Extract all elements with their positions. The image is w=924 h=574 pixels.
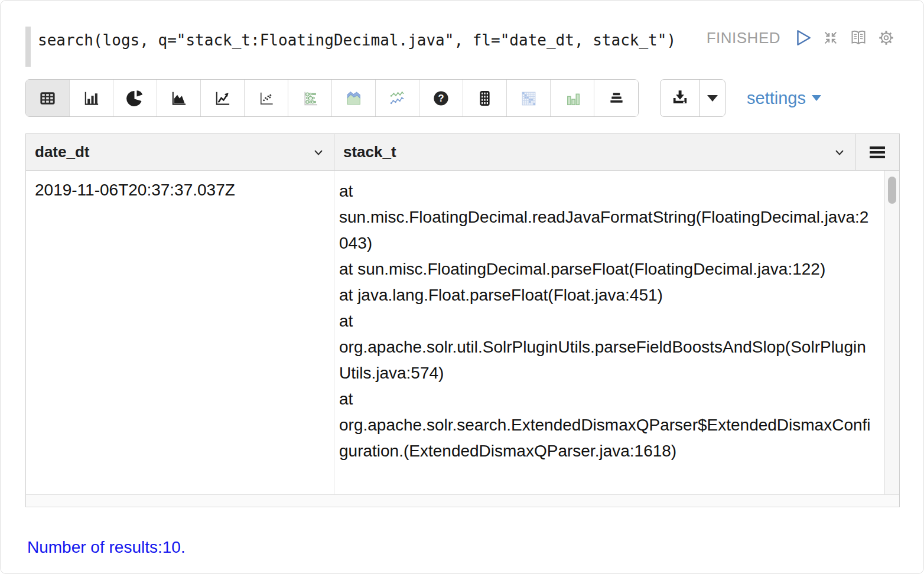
collapse-icon [822, 29, 840, 47]
status-badge: FINISHED [707, 29, 780, 47]
chart-tab-pie[interactable] [113, 80, 157, 116]
stacked-area-chart-icon [344, 89, 363, 108]
chart-tab-bubble[interactable] [288, 80, 332, 116]
multi-line-chart-icon [388, 89, 407, 108]
chart-tab-scatter[interactable] [245, 80, 288, 116]
chart-type-group: ? [25, 79, 639, 117]
chart-tab-heatmap[interactable] [507, 80, 551, 116]
chart-tab-bar[interactable] [70, 80, 113, 116]
chart-tab-text[interactable] [594, 80, 638, 116]
hamburger-menu-icon [869, 145, 886, 159]
chart-tab-area[interactable] [157, 80, 201, 116]
cell-stack-t: at sun.misc.FloatingDecimal.readJavaForm… [334, 171, 884, 494]
results-count-text: Number of results:10. [27, 537, 186, 558]
run-button[interactable] [793, 28, 813, 48]
area-chart-icon [170, 89, 188, 107]
download-options-button[interactable] [700, 80, 725, 116]
book-button[interactable] [848, 28, 868, 48]
query-code[interactable]: search(logs, q="stack_t:FloatingDecimal.… [38, 27, 676, 67]
gear-icon [877, 29, 895, 47]
table-icon [38, 89, 57, 107]
line-chart-icon [213, 89, 232, 107]
chart-tab-help[interactable]: ? [419, 80, 463, 116]
text-rows-icon [607, 89, 626, 107]
table-header-row: date_dt stack_t [26, 134, 899, 171]
column-chart-icon [562, 89, 582, 108]
table-menu-button[interactable] [855, 134, 899, 170]
cell-date-dt: 2019-11-06T20:37:37.037Z [26, 171, 334, 494]
visualization-toolbar: ? [25, 79, 897, 117]
svg-text:?: ? [438, 93, 444, 103]
chevron-down-icon [707, 95, 718, 102]
help-icon: ? [432, 89, 450, 107]
column-header-stack-t[interactable]: stack_t [334, 134, 855, 170]
chevron-down-icon [311, 145, 326, 159]
table-body: 2019-11-06T20:37:37.037Z at sun.misc.Flo… [26, 171, 899, 494]
results-table: date_dt stack_t 2019-11-06T20:37:37.037Z… [25, 133, 900, 507]
horizontal-scrollbar[interactable] [26, 494, 899, 507]
chart-tab-stacked-area[interactable] [332, 80, 376, 116]
heatmap-icon [519, 89, 538, 108]
column-label: date_dt [35, 143, 89, 161]
chart-tab-table[interactable] [26, 80, 70, 116]
download-button[interactable] [661, 80, 699, 116]
chevron-down-icon [812, 95, 821, 101]
paragraph-controls: FINISHED [707, 28, 896, 48]
chart-tab-line[interactable] [201, 80, 245, 116]
bar-chart-icon [82, 89, 100, 107]
download-split-button [660, 79, 725, 117]
chart-tab-column[interactable] [551, 80, 594, 116]
paragraph-card: search(logs, q="stack_t:FloatingDecimal.… [0, 0, 924, 574]
bubble-chart-icon [300, 89, 320, 108]
book-icon [849, 28, 868, 47]
scrollbar-thumb[interactable] [888, 177, 896, 204]
vertical-scrollbar[interactable] [884, 171, 899, 494]
settings-gear-button[interactable] [876, 28, 896, 48]
column-label: stack_t [343, 143, 396, 161]
chart-tab-multi-line[interactable] [376, 80, 419, 116]
settings-label: settings [747, 89, 806, 108]
collapse-button[interactable] [821, 28, 841, 48]
chevron-down-icon [832, 145, 847, 159]
pivot-table-icon [476, 89, 494, 107]
column-header-date-dt[interactable]: date_dt [26, 134, 334, 170]
run-icon [793, 28, 812, 47]
download-icon [670, 88, 690, 108]
code-editor[interactable]: search(logs, q="stack_t:FloatingDecimal.… [25, 27, 711, 67]
chart-tab-pivot[interactable] [463, 80, 507, 116]
scatter-chart-icon [257, 89, 275, 107]
settings-toggle[interactable]: settings [747, 89, 821, 108]
editor-gutter [25, 27, 31, 67]
pie-chart-icon [126, 89, 145, 107]
